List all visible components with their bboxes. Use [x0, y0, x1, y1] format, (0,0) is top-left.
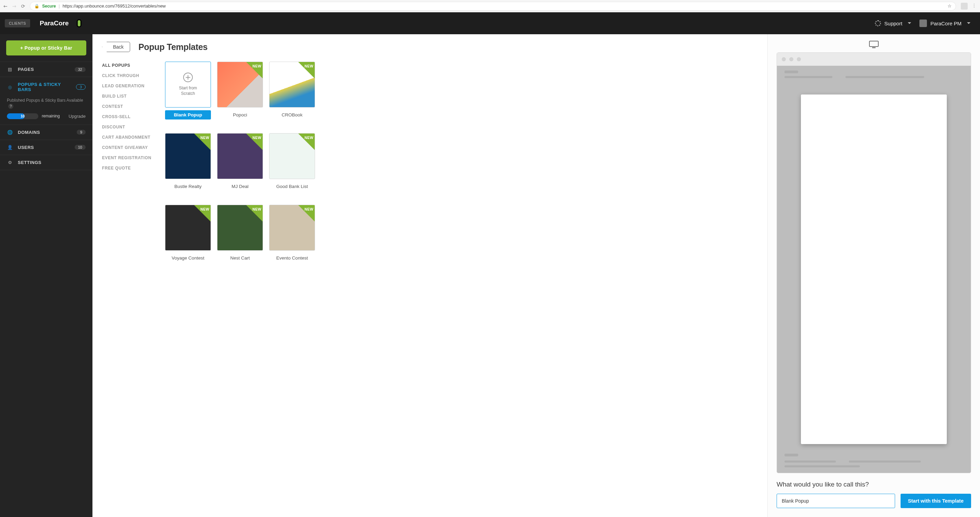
template-card[interactable]: NEW Evento Contest [269, 205, 315, 262]
popup-preview [801, 94, 947, 444]
app-topbar: CLIENTS ParaCore Support ParaCore PM [0, 12, 980, 34]
count-badge: 32 [75, 67, 86, 72]
filter-item[interactable]: CLICK THROUGH [102, 73, 153, 78]
secure-label: Secure [42, 4, 56, 8]
template-name: Bustle Realty [165, 182, 211, 191]
extension-icon[interactable] [961, 3, 968, 10]
browser-menu-icon[interactable]: ⋮ [972, 3, 977, 10]
sidebar-label: POPUPS & STICKY BARS [18, 82, 71, 92]
filter-item[interactable]: EVENT REGISTRATION [102, 156, 153, 160]
sliders-icon: ⚙ [7, 160, 13, 165]
sidebar-item-users[interactable]: 👤 USERS 10 [0, 140, 92, 155]
account-name: ParaCore PM [930, 21, 961, 26]
template-name: Good Bank List [269, 182, 315, 191]
globe-icon: 🌐 [7, 130, 13, 135]
filter-item[interactable]: CONTEST [102, 104, 153, 109]
filter-item[interactable]: FREE QUOTE [102, 166, 153, 170]
new-badge: NEW [194, 205, 211, 221]
tab-clients[interactable]: CLIENTS [5, 19, 30, 27]
new-badge: NEW [298, 205, 315, 221]
sidebar-item-settings[interactable]: ⚙ SETTINGS [0, 155, 92, 170]
template-grid: Start from Scratch Blank Popup NEW Popoc… [165, 62, 315, 262]
filter-item[interactable]: LEAD GENERATION [102, 84, 153, 88]
browser-forward-icon: → [12, 3, 16, 9]
url-text: https://app.unbounce.com/769512/converta… [63, 3, 166, 8]
back-label: Back [107, 42, 130, 52]
star-icon[interactable]: ☆ [947, 3, 951, 8]
publish-note: Published Popups & Sticky Bars Available… [0, 97, 92, 110]
lock-icon: 🔒 [34, 4, 40, 8]
template-card-blank[interactable]: Start from Scratch Blank Popup [165, 62, 211, 119]
template-card[interactable]: NEW MJ Deal [217, 133, 263, 191]
preview-panel: What would you like to call this? Start … [768, 34, 980, 517]
template-name: CROBook [269, 110, 315, 119]
naming-prompt: What would you like to call this? [776, 481, 971, 488]
brand-name: ParaCore [40, 19, 69, 27]
filter-item[interactable]: CONTENT GIVEAWAY [102, 145, 153, 150]
sidebar-item-popups[interactable]: ◎ POPUPS & STICKY BARS 3 [0, 77, 92, 97]
new-badge: NEW [298, 134, 315, 150]
sidebar-item-domains[interactable]: 🌐 DOMAINS 9 [0, 125, 92, 140]
lifebuoy-icon [875, 20, 881, 26]
address-bar[interactable]: 🔒 Secure | https://app.unbounce.com/7695… [30, 2, 956, 11]
template-card[interactable]: NEW Popoci [217, 62, 263, 119]
pages-icon: ▤ [7, 67, 13, 72]
new-badge: NEW [246, 205, 262, 221]
new-badge: NEW [246, 134, 262, 150]
target-icon: ◎ [7, 84, 13, 90]
template-card[interactable]: NEW Nest Cart [217, 205, 263, 262]
sidebar-label: USERS [18, 145, 70, 150]
sidebar: + Popup or Sticky Bar ▤ PAGES 32 ◎ POPUP… [0, 34, 92, 517]
sidebar-label: DOMAINS [18, 130, 72, 135]
device-toggle[interactable] [768, 34, 980, 52]
template-card[interactable]: NEW Bustle Realty [165, 133, 211, 191]
filter-item[interactable]: CART ABANDONMENT [102, 135, 153, 140]
template-name: Popoci [217, 110, 263, 119]
count-badge: 10 [75, 145, 86, 150]
quota-value: 10 [7, 113, 38, 119]
support-menu[interactable]: Support [875, 20, 912, 26]
plus-icon [183, 73, 193, 82]
template-card[interactable]: NEW Voyage Contest [165, 205, 211, 262]
new-badge: NEW [298, 62, 315, 78]
template-name: Nest Cart [217, 253, 263, 262]
template-name: MJ Deal [217, 182, 263, 191]
browser-back-icon[interactable]: ← [3, 3, 8, 9]
user-icon: 👤 [7, 145, 13, 150]
template-card[interactable]: NEW CROBook [269, 62, 315, 119]
count-badge: 3 [76, 84, 86, 90]
help-icon[interactable]: ? [8, 104, 13, 109]
desktop-icon [869, 40, 879, 49]
sidebar-label: SETTINGS [18, 160, 86, 165]
template-name-input[interactable] [776, 494, 895, 508]
start-with-template-button[interactable]: Start with this Template [900, 494, 971, 508]
template-name: Blank Popup [165, 110, 211, 119]
upgrade-link[interactable]: Upgrade [68, 114, 86, 119]
filter-item[interactable]: BUILD LIST [102, 94, 153, 99]
status-indicator [77, 19, 81, 27]
quota-remaining: remaining [42, 114, 60, 118]
template-name: Voyage Contest [165, 253, 211, 262]
browser-chrome: ← → ⟳ 🔒 Secure | https://app.unbounce.co… [0, 0, 980, 12]
back-button[interactable]: Back [102, 42, 130, 52]
filter-list: ALL POPUPS CLICK THROUGH LEAD GENERATION… [102, 62, 153, 262]
page-title: Popup Templates [138, 42, 207, 52]
browser-frame [776, 52, 971, 473]
sidebar-label: PAGES [18, 67, 70, 72]
window-dot [797, 57, 801, 61]
browser-reload-icon[interactable]: ⟳ [21, 3, 25, 9]
template-name: Evento Contest [269, 253, 315, 262]
svg-rect-1 [872, 47, 875, 48]
support-label: Support [885, 21, 903, 26]
filter-item[interactable]: CROSS-SELL [102, 115, 153, 119]
filter-all[interactable]: ALL POPUPS [102, 63, 153, 68]
naming-section: What would you like to call this? Start … [768, 473, 980, 517]
quota-row: 10 remaining Upgrade [0, 110, 92, 125]
window-dot [789, 57, 793, 61]
template-card[interactable]: NEW Good Bank List [269, 133, 315, 191]
account-menu[interactable]: ParaCore PM [920, 19, 970, 27]
sidebar-item-pages[interactable]: ▤ PAGES 32 [0, 62, 92, 77]
start-from-scratch-label: Start from Scratch [179, 86, 197, 96]
new-popup-button[interactable]: + Popup or Sticky Bar [6, 40, 86, 56]
filter-item[interactable]: DISCOUNT [102, 125, 153, 129]
